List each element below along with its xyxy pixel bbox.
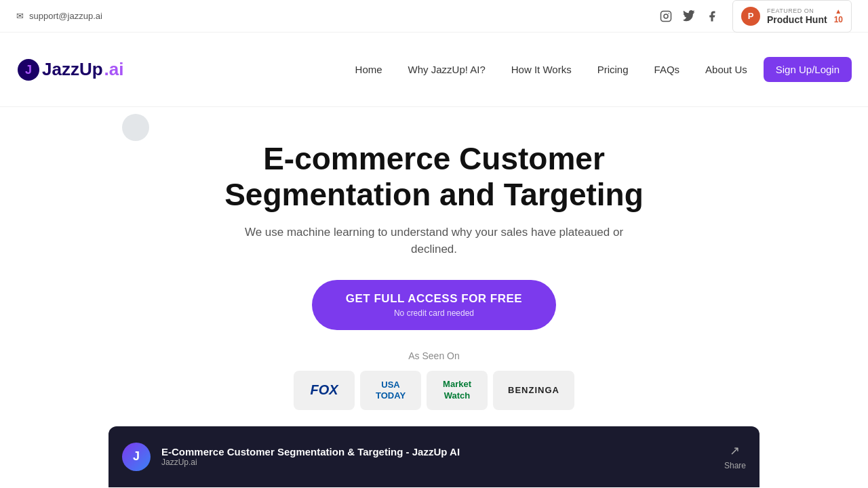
email-icon: ✉ xyxy=(16,11,24,21)
nav-link-signup[interactable]: Sign Up/Login xyxy=(764,57,852,82)
share-label: Share xyxy=(724,461,746,470)
nav-link-how[interactable]: How It Works xyxy=(502,58,581,81)
video-text: E-Commerce Customer Segmentation & Targe… xyxy=(161,446,460,467)
cta-main-label: GET FULL ACCESS FOR FREE xyxy=(346,292,522,306)
video-logo: J xyxy=(122,443,151,471)
press-logo-benzinga: BENZINGA xyxy=(493,371,574,410)
nav-item-home[interactable]: Home xyxy=(346,64,392,76)
press-logo-usa: USATODAY xyxy=(360,371,421,410)
nav-item-pricing[interactable]: Pricing xyxy=(588,64,638,76)
contact-email[interactable]: ✉ support@jazzup.ai xyxy=(16,11,102,21)
nav-item-how[interactable]: How It Works xyxy=(502,64,581,76)
as-seen-label: As Seen On xyxy=(408,350,460,361)
nav-item-signup[interactable]: Sign Up/Login xyxy=(764,64,852,76)
hero-subtitle: We use machine learning to understand wh… xyxy=(231,224,637,258)
twitter-icon[interactable] xyxy=(682,9,696,23)
nav-links: Home Why JazzUp! AI? How It Works Pricin… xyxy=(346,64,852,76)
svg-rect-0 xyxy=(660,11,671,21)
product-hunt-icon: P xyxy=(741,7,760,26)
logo-icon: J xyxy=(16,58,41,82)
top-bar-right: P FEATURED ON Product Hunt ▲ 10 xyxy=(659,0,852,33)
social-icons xyxy=(659,9,719,23)
facebook-icon[interactable] xyxy=(705,9,719,23)
video-container[interactable]: J E-Commerce Customer Segmentation & Tar… xyxy=(108,426,760,487)
video-logo-letter: J xyxy=(133,449,140,464)
nav-link-about[interactable]: About Us xyxy=(696,58,757,81)
nav-item-about[interactable]: About Us xyxy=(696,64,757,76)
logo-suffix: .ai xyxy=(104,59,124,80)
share-icon: ↗ xyxy=(730,443,740,458)
top-bar: ✉ support@jazzup.ai P xyxy=(0,0,868,33)
hero-title: E-commerce Customer Segmentation and Tar… xyxy=(163,141,705,213)
ph-arrow-icon: ▲ xyxy=(835,7,842,15)
nav-link-home[interactable]: Home xyxy=(346,58,392,81)
press-logos: FOX USATODAY MarketWatch BENZINGA xyxy=(294,371,574,410)
navbar: J JazzUp.ai Home Why JazzUp! AI? How It … xyxy=(0,33,868,107)
press-logo-marketwatch: MarketWatch xyxy=(427,371,488,410)
video-share-button[interactable]: ↗ Share xyxy=(724,443,746,470)
press-logo-fox: FOX xyxy=(294,371,355,410)
product-hunt-badge[interactable]: P FEATURED ON Product Hunt ▲ 10 xyxy=(732,0,852,33)
nav-item-faq[interactable]: FAQs xyxy=(645,64,690,76)
cta-button[interactable]: GET FULL ACCESS FOR FREE No credit card … xyxy=(312,280,556,330)
logo[interactable]: J JazzUp.ai xyxy=(16,58,124,82)
hero-section: E-commerce Customer Segmentation and Tar… xyxy=(0,107,868,488)
video-channel: JazzUp.ai xyxy=(161,458,460,467)
ph-votes: ▲ 10 xyxy=(834,7,843,24)
product-hunt-text: FEATURED ON Product Hunt xyxy=(767,7,827,25)
ph-name: Product Hunt xyxy=(767,14,827,25)
video-title: E-Commerce Customer Segmentation & Targe… xyxy=(161,446,460,458)
cta-sub-label: No credit card needed xyxy=(394,308,474,318)
decorative-blob xyxy=(122,114,149,141)
instagram-icon[interactable] xyxy=(659,9,673,23)
ph-vote-count: 10 xyxy=(834,15,843,24)
nav-link-why[interactable]: Why JazzUp! AI? xyxy=(399,58,495,81)
svg-text:J: J xyxy=(25,63,32,77)
nav-link-faq[interactable]: FAQs xyxy=(645,58,690,81)
logo-text: JazzUp xyxy=(42,59,103,80)
email-text: support@jazzup.ai xyxy=(29,11,102,21)
ph-featured-label: FEATURED ON xyxy=(767,7,827,14)
nav-link-pricing[interactable]: Pricing xyxy=(588,58,638,81)
svg-point-1 xyxy=(664,14,668,18)
svg-point-2 xyxy=(668,13,669,14)
nav-item-why[interactable]: Why JazzUp! AI? xyxy=(399,64,495,76)
